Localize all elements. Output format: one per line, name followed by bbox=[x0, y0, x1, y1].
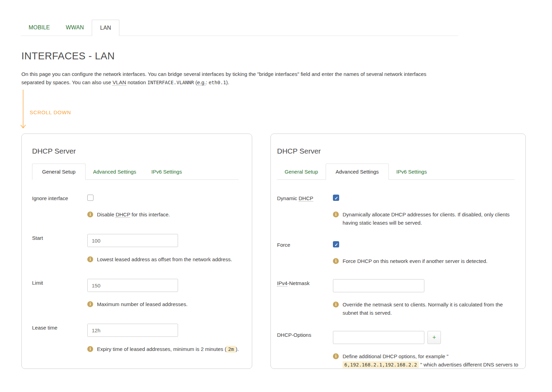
info-icon: i bbox=[87, 346, 93, 352]
field-help: iDynamically allocate DHCP addresses for… bbox=[333, 210, 519, 227]
panel-tab-advanced-settings[interactable]: Advanced Settings bbox=[86, 164, 144, 179]
text-segment: Start bbox=[32, 235, 43, 241]
text-segment: ). bbox=[226, 79, 229, 85]
help-text: Disable DHCP for this interface. bbox=[97, 212, 170, 218]
field-limit: LimitiMaximum number of leased addresses… bbox=[32, 279, 241, 308]
text-segment: notation bbox=[126, 79, 148, 85]
ignore-interface-checkbox[interactable] bbox=[87, 195, 93, 201]
ipv4-netmask-input[interactable] bbox=[333, 279, 424, 292]
field-ipv4-netmask: IPv4-NetmaskiOverride the netmask sent t… bbox=[277, 279, 519, 317]
text-segment: Maximum number of leased addresses. bbox=[97, 301, 188, 307]
add-option-button[interactable]: + bbox=[427, 331, 441, 344]
text-segment: e.g. bbox=[197, 79, 206, 86]
panel-tab-ipv6-settings[interactable]: IPv6 Settings bbox=[389, 164, 434, 179]
field-help: iDefine additional DHCP options, for exa… bbox=[333, 352, 519, 369]
field-lease-time: Lease timeiExpiry time of leased address… bbox=[32, 324, 241, 353]
text-segment: eth0.1 bbox=[209, 80, 226, 85]
text-segment: 2m bbox=[226, 346, 236, 353]
lease-time-input[interactable] bbox=[87, 324, 178, 337]
panel-tab-advanced-settings[interactable]: Advanced Settings bbox=[326, 164, 389, 180]
field-label: Dynamic DHCP bbox=[277, 194, 333, 202]
text-segment: DHCP bbox=[299, 195, 314, 202]
force-checkbox[interactable]: ✓ bbox=[333, 241, 339, 247]
input-line: + bbox=[333, 331, 519, 344]
text-segment: Lowest leased address as offset from the… bbox=[97, 256, 232, 262]
text-segment: DHCP-Options bbox=[277, 332, 311, 338]
text-segment: ( bbox=[194, 79, 197, 85]
input-line bbox=[333, 279, 519, 292]
tab-mobile[interactable]: MOBILE bbox=[21, 20, 58, 36]
text-segment: Force DHCP on this network even if anoth… bbox=[343, 258, 487, 264]
field-help: iMaximum number of leased addresses. bbox=[87, 300, 241, 308]
field-control: ✓iDynamically allocate DHCP addresses fo… bbox=[333, 194, 519, 227]
text-segment: Force bbox=[277, 242, 290, 248]
text-segment: Dynamically allocate DHCP addresses for … bbox=[343, 212, 510, 226]
panel-dhcp-server-general: DHCP Server General SetupAdvanced Settin… bbox=[21, 134, 252, 369]
text-segment: Ignore interface bbox=[32, 195, 68, 201]
field-dynamic-dhcp: Dynamic DHCP✓iDynamically allocate DHCP … bbox=[277, 194, 519, 227]
text-segment: Override the netmask sent to clients. No… bbox=[343, 302, 503, 316]
help-text: Override the netmask sent to clients. No… bbox=[343, 302, 503, 316]
tab-lan[interactable]: LAN bbox=[92, 20, 119, 36]
panel-tabs: General SetupAdvanced SettingsIPv6 Setti… bbox=[32, 164, 239, 180]
info-icon: i bbox=[87, 256, 93, 262]
input-line bbox=[87, 324, 241, 337]
field-help: iExpiry time of leased addresses, minimu… bbox=[87, 345, 241, 353]
info-icon: i bbox=[87, 212, 93, 217]
panel-tab-general-setup[interactable]: General Setup bbox=[277, 164, 326, 179]
text-segment: DHCP bbox=[116, 212, 130, 218]
panel-tab-ipv6-settings[interactable]: IPv6 Settings bbox=[144, 164, 189, 179]
field-label: IPv4-Netmask bbox=[277, 279, 333, 287]
interfaces-lan-page: MOBILEWWANLAN INTERFACES - LAN On this p… bbox=[0, 0, 552, 392]
panel-title: DHCP Server bbox=[32, 147, 241, 155]
scroll-down-arrow-icon bbox=[20, 89, 27, 130]
help-text: Lowest leased address as offset from the… bbox=[97, 256, 232, 262]
dynamic-dhcp-checkbox[interactable]: ✓ bbox=[333, 195, 339, 201]
field-help: iForce DHCP on this network even if anot… bbox=[333, 257, 519, 265]
panel-tab-general-setup[interactable]: General Setup bbox=[32, 164, 86, 180]
help-text: Define additional DHCP options, for exam… bbox=[343, 353, 518, 369]
help-text: Maximum number of leased addresses. bbox=[97, 301, 188, 307]
field-dhcp-options: DHCP-Options+iDefine additional DHCP opt… bbox=[277, 331, 519, 369]
field-help: iOverride the netmask sent to clients. N… bbox=[333, 301, 519, 317]
field-control: iMaximum number of leased addresses. bbox=[87, 279, 241, 308]
text-segment: Define additional DHCP options, for exam… bbox=[343, 353, 448, 359]
info-icon: i bbox=[87, 301, 93, 307]
text-segment: Limit bbox=[32, 280, 43, 286]
checkmark-icon: ✓ bbox=[333, 195, 339, 201]
text-segment: Disable bbox=[97, 212, 116, 217]
scroll-down-label: SCROLL DOWN bbox=[30, 109, 71, 115]
checkmark-icon: ✓ bbox=[333, 242, 339, 248]
text-segment: ). bbox=[236, 346, 239, 352]
panel-fields: Ignore interfaceiDisable DHCP for this i… bbox=[32, 194, 241, 353]
panel-tabs: General SetupAdvanced SettingsIPv6 Setti… bbox=[277, 164, 515, 180]
dhcp-options-input[interactable] bbox=[333, 331, 424, 344]
field-label: Lease time bbox=[32, 324, 87, 331]
text-segment: VLAN bbox=[112, 79, 126, 86]
field-control: iOverride the netmask sent to clients. N… bbox=[333, 279, 519, 317]
text-segment: Dynamic bbox=[277, 195, 299, 201]
help-text: Expiry time of leased addresses, minimum… bbox=[97, 346, 239, 352]
panel-dhcp-server-advanced: DHCP Server General SetupAdvanced Settin… bbox=[270, 134, 526, 369]
limit-input[interactable] bbox=[87, 279, 178, 292]
field-label: Limit bbox=[32, 279, 87, 286]
input-line bbox=[87, 279, 241, 292]
panel-fields: Dynamic DHCP✓iDynamically allocate DHCP … bbox=[277, 194, 519, 369]
info-icon: i bbox=[333, 302, 339, 307]
tab-wwan[interactable]: WWAN bbox=[58, 20, 92, 36]
help-text: Force DHCP on this network even if anoth… bbox=[343, 258, 487, 264]
text-segment: INTERFACE.VLANNR bbox=[147, 80, 194, 85]
page-title: INTERFACES - LAN bbox=[21, 50, 115, 62]
field-control: iExpiry time of leased addresses, minimu… bbox=[87, 324, 241, 353]
text-segment: IPv4 bbox=[277, 280, 287, 286]
field-start: StartiLowest leased address as offset fr… bbox=[32, 234, 241, 264]
field-control: +iDefine additional DHCP options, for ex… bbox=[333, 331, 519, 369]
info-icon: i bbox=[333, 212, 339, 217]
field-label: Force bbox=[277, 241, 333, 248]
text-segment: : bbox=[206, 79, 208, 85]
start-input[interactable] bbox=[87, 234, 178, 247]
help-text: Dynamically allocate DHCP addresses for … bbox=[343, 212, 510, 226]
field-ignore-interface: Ignore interfaceiDisable DHCP for this i… bbox=[32, 194, 241, 219]
info-icon: i bbox=[333, 258, 339, 264]
page-description: On this page you can configure the netwo… bbox=[21, 70, 446, 87]
